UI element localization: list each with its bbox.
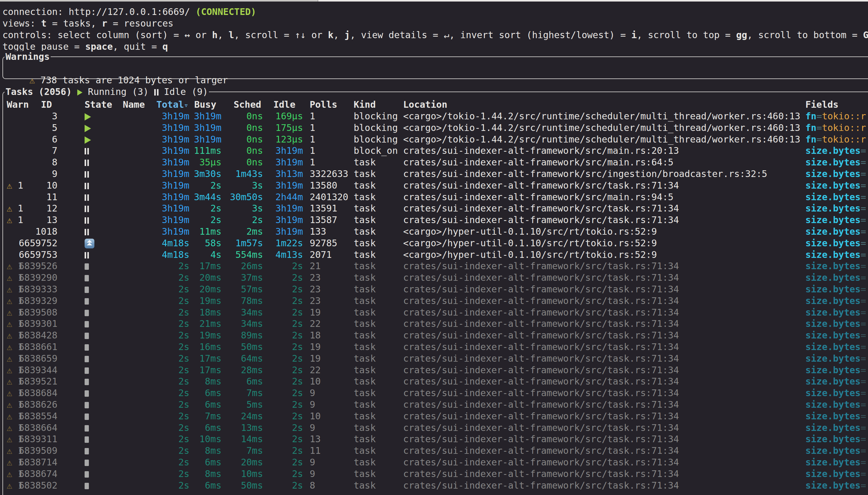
fields-cell: size.bytes= — [805, 203, 868, 214]
location-cell: crates/sui-indexer-alt-framework/src/tas… — [403, 214, 861, 226]
idle-duration-cell: 1m22s — [265, 237, 303, 249]
task-state-cell — [85, 145, 103, 156]
task-row[interactable]: 83h19m35µs0ns3h19m1taskcrates/sui-indexe… — [0, 156, 868, 168]
kind-cell: task — [354, 307, 401, 318]
field-equals: = — [861, 457, 866, 467]
task-row[interactable]: ⚠ 168384282s19ms89ms2s18taskcrates/sui-i… — [0, 329, 868, 341]
task-row[interactable]: 73h19m111ms0ns3h19m1block_oncrates/sui-i… — [0, 145, 868, 156]
idle-duration-cell: 2s — [265, 445, 303, 457]
kind-cell: task — [354, 433, 401, 445]
total-duration-cell: 3h19m — [144, 180, 189, 191]
idle-duration-cell: 2s — [265, 457, 303, 468]
total-duration-cell: 3h19m — [144, 110, 189, 122]
task-state-cell — [85, 399, 103, 410]
task-row[interactable]: ⚠ 1123h19m2s3s3h19m13591taskcrates/sui-i… — [0, 203, 868, 214]
column-header-location[interactable]: Location — [403, 99, 448, 110]
task-id-cell: 6838684 — [18, 387, 57, 399]
task-row[interactable]: ⚠ 168386642s6ms13ms2s9taskcrates/sui-ind… — [0, 422, 868, 434]
field-equals: = — [861, 353, 866, 364]
polls-cell: 18 — [310, 329, 352, 341]
column-header-kind[interactable]: Kind — [354, 99, 375, 110]
task-row[interactable]: 63h19m3h19m0ns123µs1blocking<cargo>/toki… — [0, 134, 868, 145]
fields-cell: size.bytes= — [805, 237, 868, 249]
task-row[interactable]: ⚠ 168393442s17ms28ms2s22taskcrates/sui-i… — [0, 364, 868, 376]
busy-duration-cell: 6ms — [191, 399, 221, 410]
task-row[interactable]: ⚠ 168392902s20ms37ms2s23taskcrates/sui-i… — [0, 272, 868, 284]
column-header-state[interactable]: State — [85, 99, 112, 110]
task-row[interactable]: ⚠ 168393012s21ms34ms2s22taskcrates/sui-i… — [0, 318, 868, 329]
task-row[interactable]: 33h19m3h19m0ns169µs1blocking<cargo>/toki… — [0, 110, 868, 122]
task-state-cell — [85, 168, 103, 180]
warning-icon: ⚠ — [7, 445, 12, 456]
task-row[interactable]: ⚠ 1133h19m2s2s3h19m13587taskcrates/sui-i… — [0, 214, 868, 226]
help-text-segment: , — [334, 30, 345, 40]
task-row[interactable]: ⚠ 168385542s7ms24ms2s10taskcrates/sui-in… — [0, 410, 868, 422]
kind-cell: task — [354, 156, 401, 168]
window-tab-edge — [0, 0, 318, 1]
help-text-segment: views: — [2, 18, 41, 29]
stopped-icon — [85, 344, 89, 351]
task-row[interactable]: ⚠ 1103h19m2s3s3h19m13580taskcrates/sui-i… — [0, 180, 868, 191]
column-header-warn[interactable]: Warn — [7, 99, 29, 110]
field-equals: = — [861, 330, 866, 341]
help-text-segment: , scroll to bottom = — [747, 30, 863, 40]
busy-duration-cell: 20ms — [191, 272, 221, 284]
task-row[interactable]: ⚠ 168393112s10ms14ms2s13taskcrates/sui-i… — [0, 433, 868, 445]
stopped-icon — [85, 368, 89, 374]
location-cell: crates/sui-indexer-alt-framework/src/tas… — [403, 284, 861, 295]
task-row[interactable]: ⚠ 168385022s6ms50ms2s8taskcrates/sui-ind… — [0, 480, 868, 491]
field-equals: = — [816, 111, 822, 121]
total-duration-cell: 3h19m — [144, 156, 189, 168]
task-row[interactable]: ⚠ 168393332s20ms57ms2s23taskcrates/sui-i… — [0, 284, 868, 295]
column-header-polls[interactable]: Polls — [310, 99, 337, 110]
field-key: size.bytes — [805, 445, 861, 456]
help-text-segment: gg — [736, 30, 747, 40]
column-header-busy[interactable]: Busy — [194, 99, 216, 110]
task-row[interactable]: ⚠ 168386612s16ms50ms2s19taskcrates/sui-i… — [0, 341, 868, 353]
column-header-total[interactable]: Total▿ — [156, 99, 188, 111]
kind-cell: task — [354, 480, 401, 491]
busy-duration-cell: 35µs — [191, 156, 221, 168]
help-text-segment: , scroll to top = — [637, 30, 736, 40]
sched-duration-cell: 34ms — [224, 307, 263, 318]
task-row[interactable]: ⚠ 168395082s18ms34ms2s19taskcrates/sui-i… — [0, 307, 868, 318]
task-row[interactable]: ⚠ 168387142s6ms20ms2s9taskcrates/sui-ind… — [0, 457, 868, 468]
column-header-idle[interactable]: Idle — [273, 99, 295, 110]
task-row[interactable]: 93h19m3m30s1m43s3h13m3322633taskcrates/s… — [0, 168, 868, 180]
kind-cell: task — [354, 387, 401, 399]
task-row[interactable]: 53h19m3h19m0ns175µs1blocking<cargo>/toki… — [0, 122, 868, 134]
idle-duration-cell: 2s — [265, 307, 303, 318]
column-header-name[interactable]: Name — [123, 99, 145, 110]
task-row[interactable]: ⚠ 168386842s6ms7ms2s9taskcrates/sui-inde… — [0, 387, 868, 399]
task-row[interactable]: ⚠ 168386742s8ms10ms2s9taskcrates/sui-ind… — [0, 468, 868, 480]
task-row[interactable]: ⚠ 168395212s8ms6ms2s10taskcrates/sui-ind… — [0, 376, 868, 387]
task-row[interactable]: 66597524m18s58s1m57s1m22s92785task<cargo… — [0, 237, 868, 249]
location-cell: crates/sui-indexer-alt-framework/src/tas… — [403, 295, 861, 307]
idle-duration-cell: 2s — [265, 295, 303, 307]
sched-duration-cell: 20ms — [224, 457, 263, 468]
location-cell: crates/sui-indexer-alt-framework/src/tas… — [403, 387, 861, 399]
field-key: size.bytes — [805, 145, 861, 156]
total-duration-cell: 4m18s — [144, 249, 189, 261]
task-id-cell: 13 — [18, 214, 57, 226]
column-header-id[interactable]: ID — [41, 99, 52, 110]
fields-cell: size.bytes= — [805, 156, 868, 168]
task-id-cell: 6838626 — [18, 399, 57, 410]
column-header-sched[interactable]: Sched — [234, 99, 261, 110]
total-duration-cell: 3h19m — [144, 122, 189, 134]
fields-cell: size.bytes= — [805, 191, 868, 203]
window-edge-strip — [0, 0, 868, 1]
stopped-icon — [85, 275, 89, 281]
running-icon — [85, 113, 91, 121]
task-row[interactable]: ⚠ 168386592s17ms64ms2s19taskcrates/sui-i… — [0, 353, 868, 364]
task-row[interactable]: 66597534m18s4s554ms4m13s2071task<cargo>/… — [0, 249, 868, 261]
task-row[interactable]: 113h19m3m44s30m50s2h44m2401320taskcrates… — [0, 191, 868, 203]
field-equals: = — [861, 215, 866, 225]
task-row[interactable]: ⚠ 168393292s19ms78ms2s23taskcrates/sui-i… — [0, 295, 868, 307]
task-row[interactable]: ⚠ 168386262s6ms5ms2s9taskcrates/sui-inde… — [0, 399, 868, 410]
field-key: fn — [805, 122, 816, 133]
task-row[interactable]: ⚠ 168395092s8ms7ms2s11taskcrates/sui-ind… — [0, 445, 868, 457]
column-header-fields[interactable]: Fields — [805, 99, 838, 110]
task-row[interactable]: ⚠ 168395262s17ms26ms2s21taskcrates/sui-i… — [0, 260, 868, 272]
task-row[interactable]: 10183h19m11ms2ms3h19m133task<cargo>/hype… — [0, 226, 868, 237]
